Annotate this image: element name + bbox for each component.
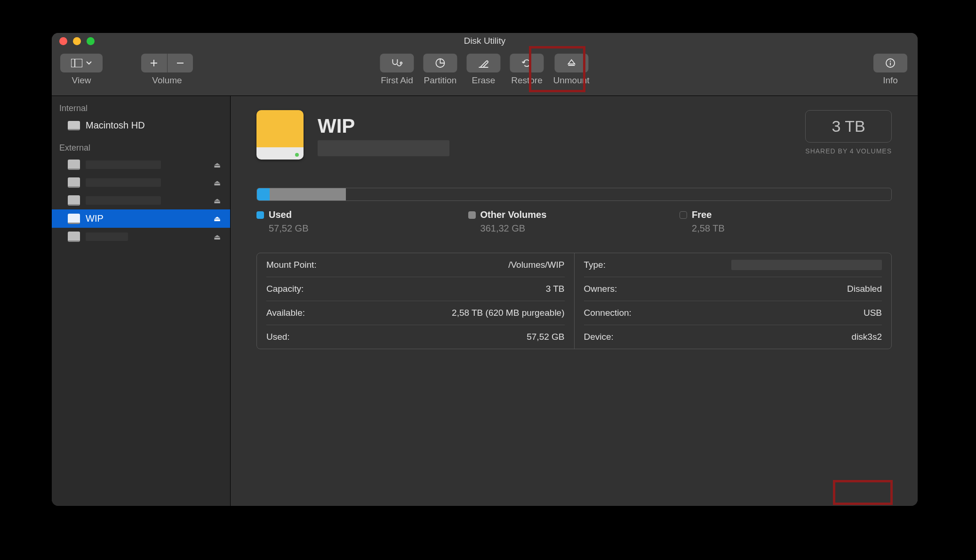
legend-used-label: Used (269, 209, 292, 220)
restore-button[interactable] (510, 54, 544, 72)
first-aid-label: First Aid (381, 75, 413, 86)
available-label: Available: (266, 308, 305, 318)
sidebar-header-internal: Internal (52, 101, 230, 116)
eraser-icon (478, 58, 489, 68)
info-button[interactable] (873, 54, 907, 72)
eject-icon[interactable]: ⏏ (214, 160, 221, 169)
external-disk-icon (68, 214, 80, 224)
disk-utility-window: Disk Utility View Volume (52, 33, 918, 506)
unmount-label: Unmount (553, 75, 589, 86)
partition-label: Partition (424, 75, 457, 86)
volume-detail-pane: WIP 3 TB SHARED BY 4 VOLUMES Used 57,52 … (231, 96, 918, 506)
available-value: 2,58 TB (620 MB purgeable) (452, 308, 564, 318)
connection-value: USB (864, 308, 882, 318)
legend-other-value: 361,32 GB (480, 223, 680, 234)
legend-free-value: 2,58 TB (692, 223, 891, 234)
swatch-free (680, 211, 687, 219)
pie-icon (435, 58, 445, 68)
legend-other-label: Other Volumes (480, 209, 547, 220)
eject-icon[interactable]: ⏏ (214, 232, 221, 241)
sidebar-icon (71, 59, 82, 67)
connection-label: Connection: (584, 308, 632, 318)
eject-icon[interactable]: ⏏ (214, 214, 221, 223)
mount-point-label: Mount Point: (266, 260, 317, 270)
partition-button[interactable] (423, 54, 457, 72)
internal-disk-icon (68, 121, 80, 130)
usage-segment-other (270, 188, 346, 200)
device-label: Device: (584, 332, 614, 342)
swatch-used (256, 211, 264, 219)
window-title: Disk Utility (52, 36, 918, 46)
owners-value: Disabled (847, 284, 882, 294)
sidebar-header-external: External (52, 140, 230, 156)
volume-segmented-control (141, 54, 193, 72)
capacity-badge: 3 TB (805, 110, 892, 143)
redacted-label (86, 196, 161, 205)
used-value: 57,52 GB (527, 332, 564, 342)
remove-volume-button[interactable] (168, 54, 193, 72)
info-icon (885, 58, 896, 68)
usage-legend: Used 57,52 GB Other Volumes 361,32 GB Fr… (256, 209, 892, 234)
erase-label: Erase (472, 75, 496, 86)
eject-icon[interactable]: ⏏ (214, 196, 221, 205)
info-label: Info (883, 75, 898, 86)
svg-point-4 (890, 61, 891, 62)
external-disk-icon (68, 177, 80, 188)
usage-segment-free (346, 188, 891, 200)
sidebar-item-label: Macintosh HD (86, 120, 145, 131)
capacity-value: 3 TB (546, 284, 565, 294)
type-value-redacted (731, 260, 882, 270)
legend-free-label: Free (692, 209, 712, 220)
view-button[interactable] (60, 54, 103, 72)
toolbar: View Volume First Aid (52, 49, 918, 96)
unmount-button[interactable] (554, 54, 588, 72)
owners-label: Owners: (584, 284, 617, 294)
mount-point-value: /Volumes/WIP (508, 260, 564, 270)
eject-icon (567, 58, 576, 68)
external-disk-icon (68, 232, 80, 242)
sidebar-item-external-2[interactable]: ⏏ (52, 192, 230, 209)
sidebar-item-label: WIP (86, 213, 104, 224)
legend-used-value: 57,52 GB (269, 223, 468, 234)
sidebar-item-external-0[interactable]: ⏏ (52, 156, 230, 174)
sidebar-item-external-1[interactable]: ⏏ (52, 174, 230, 192)
eject-icon[interactable]: ⏏ (214, 178, 221, 187)
view-label: View (72, 75, 91, 86)
plus-icon (150, 59, 158, 67)
swatch-other (468, 211, 476, 219)
redacted-label (86, 232, 128, 241)
external-disk-icon (68, 195, 80, 206)
type-label: Type: (584, 260, 606, 270)
restore-label: Restore (511, 75, 543, 86)
volume-label: Volume (152, 75, 182, 86)
volume-icon (256, 110, 304, 160)
erase-button[interactable] (466, 54, 500, 72)
capacity-label: Capacity: (266, 284, 304, 294)
chevron-down-icon (86, 61, 92, 65)
usage-segment-used (257, 188, 270, 200)
sidebar-item-external-4[interactable]: ⏏ (52, 228, 230, 246)
titlebar: Disk Utility (52, 33, 918, 49)
used-label: Used: (266, 332, 290, 342)
first-aid-button[interactable] (380, 54, 414, 72)
svg-rect-0 (71, 59, 82, 67)
redacted-label (86, 178, 161, 187)
details-table: Mount Point:/Volumes/WIP Capacity:3 TB A… (256, 253, 892, 349)
external-disk-icon (68, 160, 80, 170)
usage-bar (256, 188, 892, 201)
redacted-label (86, 160, 161, 169)
minus-icon (176, 59, 184, 67)
shared-by-label: SHARED BY 4 VOLUMES (805, 147, 892, 155)
restore-icon (521, 58, 532, 68)
volume-name: WIP (318, 115, 449, 137)
device-value: disk3s2 (852, 332, 882, 342)
stethoscope-icon (391, 58, 403, 68)
sidebar-item-macintosh-hd[interactable]: Macintosh HD (52, 116, 230, 135)
add-volume-button[interactable] (141, 54, 168, 72)
volume-subtitle-redacted (318, 140, 449, 156)
annotation-highlight-device (833, 480, 893, 505)
sidebar-item-wip[interactable]: WIP ⏏ (52, 209, 230, 228)
sidebar: Internal Macintosh HD External ⏏ ⏏ ⏏ (52, 96, 231, 506)
